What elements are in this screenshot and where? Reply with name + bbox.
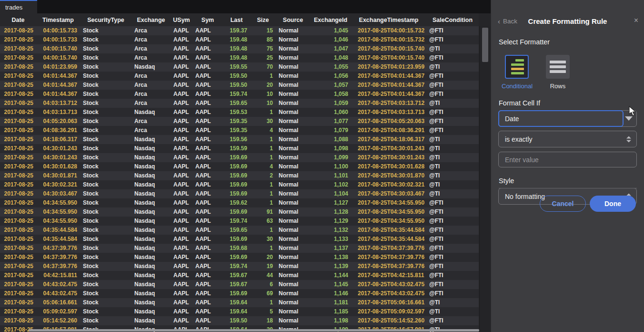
column-header-security-type[interactable]: SecurityType xyxy=(80,13,131,26)
table-row[interactable]: 2017-08-2504:43:02.475StockNasdaqAAPLAAP… xyxy=(0,289,479,298)
table-row[interactable]: 2017-08-2504:30:01.243StockNasdaqAAPLAAP… xyxy=(0,144,479,153)
column-header-sale-condition[interactable]: SaleCondition xyxy=(426,13,479,26)
cell-security-type: Stock xyxy=(80,99,131,108)
table-row[interactable]: 2017-08-2504:08:36.291StockArcaAAPLAAPL1… xyxy=(0,126,479,135)
table-row[interactable]: 2017-08-2504:03:13.712StockArcaAAPLAAPL1… xyxy=(0,99,479,108)
formatter-rows-label: Rows xyxy=(543,83,573,90)
cell-exchange: Arca xyxy=(131,117,171,126)
cell-usym: AAPL xyxy=(171,144,192,153)
cell-sym: AAPL xyxy=(192,226,223,235)
table-row[interactable]: 2017-08-2504:03:13.713StockNasdaqAAPLAAP… xyxy=(0,108,479,117)
cell-security-type: Stock xyxy=(80,53,131,62)
column-select[interactable]: Date xyxy=(498,110,637,127)
table-row[interactable]: 2017-08-2505:06:16.661StockNasdaqAAPLAAP… xyxy=(0,298,479,307)
table-row[interactable]: 2017-08-2504:43:02.475StockNasdaqAAPLAAP… xyxy=(0,280,479,289)
cell-exchange-id: 1,099 xyxy=(310,153,351,162)
cell-size: 30 xyxy=(250,117,276,126)
table-row[interactable]: 2017-08-2504:35:44.584StockNasdaqAAPLAAP… xyxy=(0,226,479,235)
cell-timestamp: 04:18:06.317 xyxy=(36,135,80,144)
cell-sym: AAPL xyxy=(192,53,223,62)
table-row[interactable]: 2017-08-2504:34:55.950StockNasdaqAAPLAAP… xyxy=(0,217,479,226)
column-header-source[interactable]: Source xyxy=(276,13,310,26)
table-row[interactable]: 2017-08-2504:37:39.776StockNasdaqAAPLAAP… xyxy=(0,253,479,262)
cell-last: 159.74 xyxy=(223,90,250,99)
cell-source: Normal xyxy=(276,316,310,325)
table-row[interactable]: 2017-08-2504:37:39.776StockNasdaqAAPLAAP… xyxy=(0,262,479,271)
table-row[interactable]: 2017-08-2504:00:15.740StockArcaAAPLAAPL1… xyxy=(0,44,479,53)
cell-sale-condition: @FTI xyxy=(426,244,479,253)
formatter-option-rows[interactable]: Rows xyxy=(543,55,573,90)
cell-source: Normal xyxy=(276,144,310,153)
cell-security-type: Stock xyxy=(80,117,131,126)
table-row[interactable]: 2017-08-2504:01:44.367StockArcaAAPLAAPL1… xyxy=(0,81,479,90)
value-input[interactable] xyxy=(498,152,637,167)
column-select-arrow-button[interactable] xyxy=(621,111,636,126)
cell-last: 159.50 xyxy=(223,72,250,81)
cell-size: 91 xyxy=(250,208,276,217)
column-header-date[interactable]: Date xyxy=(0,13,36,26)
tab-trades[interactable]: trades xyxy=(0,0,37,13)
column-header-last[interactable]: Last xyxy=(223,13,250,26)
table-row[interactable]: 2017-08-2504:18:06.317StockNasdaqAAPLAAP… xyxy=(0,135,479,144)
table-row[interactable]: 2017-08-2504:01:44.367StockArcaAAPLAAPL1… xyxy=(0,90,479,99)
vertical-scrollbar-thumb[interactable] xyxy=(482,28,488,62)
column-header-size[interactable]: Size xyxy=(250,13,276,26)
cell-source: Normal xyxy=(276,289,310,298)
cell-exchange: Nasdaq xyxy=(131,307,171,316)
table-row[interactable]: 2017-08-2504:00:15.733StockArcaAAPLAAPL1… xyxy=(0,26,479,35)
table-row[interactable]: 2017-08-2504:35:44.584StockNasdaqAAPLAAP… xyxy=(0,235,479,244)
cell-exchange-timestamp: 2017-08-25T04:34:55.950 xyxy=(351,217,426,226)
table-row[interactable]: 2017-08-2504:34:55.950StockNasdaqAAPLAAP… xyxy=(0,208,479,217)
cell-exchange: Arca xyxy=(131,26,171,35)
column-header-sym[interactable]: Sym xyxy=(192,13,223,26)
cell-exchange-timestamp: 2017-08-25T04:01:44.367 xyxy=(351,90,426,99)
table-row[interactable]: 2017-08-2504:05:20.063StockArcaAAPLAAPL1… xyxy=(0,117,479,126)
cell-last: 159.67 xyxy=(223,271,250,280)
column-header-exchange[interactable]: Exchange xyxy=(131,13,171,26)
cell-exchange: Nasdaq xyxy=(131,289,171,298)
table-row[interactable]: 2017-08-2504:01:23.959StockNasdaqAAPLAAP… xyxy=(0,62,479,72)
close-icon[interactable]: × xyxy=(634,17,638,24)
panel-header: ‹ Back Create Formatting Rule × xyxy=(491,0,644,30)
cell-sym: AAPL xyxy=(192,262,223,271)
column-select-value: Date xyxy=(499,115,636,123)
table-row[interactable]: 2017-08-2504:00:15.733StockArcaAAPLAAPL1… xyxy=(0,35,479,44)
column-header-exchange-timestamp[interactable]: ExchangeTimestamp xyxy=(351,13,426,26)
cell-sym: AAPL xyxy=(192,280,223,289)
done-button[interactable]: Done xyxy=(590,196,636,212)
column-header-exchange-id[interactable]: ExchangeId xyxy=(310,13,351,26)
cell-exchange-id: 1,138 xyxy=(310,253,351,262)
table-row[interactable]: 2017-08-2504:34:55.950StockNasdaqAAPLAAP… xyxy=(0,198,479,208)
cell-exchange: Nasdaq xyxy=(131,108,171,117)
column-header-usym[interactable]: USym xyxy=(171,13,192,26)
formatter-conditional-label: Conditional xyxy=(502,83,532,90)
cell-size: 6 xyxy=(250,280,276,289)
cell-exchange-timestamp: 2017-08-25T04:43:02.475 xyxy=(351,280,426,289)
horizontal-scrollbar-thumb[interactable] xyxy=(29,329,479,332)
table-row[interactable]: 2017-08-2504:01:44.367StockArcaAAPLAAPL1… xyxy=(0,72,479,81)
formatter-option-conditional[interactable]: Conditional xyxy=(502,55,532,90)
cell-timestamp: 04:34:55.950 xyxy=(36,217,80,226)
cell-usym: AAPL xyxy=(171,298,192,307)
cell-size: 1 xyxy=(250,135,276,144)
cell-date: 2017-08-25 xyxy=(0,280,36,289)
vertical-scrollbar[interactable] xyxy=(479,26,491,332)
table-row[interactable]: 2017-08-2505:14:52.260StockNasdaqAAPLAAP… xyxy=(0,316,479,325)
table-row[interactable]: 2017-08-2504:30:02.321StockNasdaqAAPLAAP… xyxy=(0,180,479,189)
cell-timestamp: 04:30:03.467 xyxy=(36,189,80,198)
table-row[interactable]: 2017-08-2504:30:01.243StockNasdaqAAPLAAP… xyxy=(0,153,479,162)
table-row[interactable]: 2017-08-2504:42:15.811StockNasdaqAAPLAAP… xyxy=(0,271,479,280)
table-row[interactable]: 2017-08-2504:37:39.776StockNasdaqAAPLAAP… xyxy=(0,244,479,253)
table-row[interactable]: 2017-08-2504:30:03.467StockNasdaqAAPLAAP… xyxy=(0,189,479,198)
cell-security-type: Stock xyxy=(80,271,131,280)
cancel-button[interactable]: Cancel xyxy=(540,196,586,212)
table-row[interactable]: 2017-08-2504:00:15.740StockArcaAAPLAAPL1… xyxy=(0,53,479,62)
condition-select[interactable]: is exactly xyxy=(498,131,637,147)
table-row[interactable]: 2017-08-2504:30:01.871StockNasdaqAAPLAAP… xyxy=(0,171,479,180)
cell-security-type: Stock xyxy=(80,307,131,316)
column-header-timestamp[interactable]: Timestamp xyxy=(36,13,80,26)
cell-timestamp: 04:01:44.367 xyxy=(36,81,80,90)
table-row[interactable]: 2017-08-2505:09:02.597StockNasdaqAAPLAAP… xyxy=(0,307,479,316)
table-row[interactable]: 2017-08-2504:30:01.628StockNasdaqAAPLAAP… xyxy=(0,162,479,171)
cell-source: Normal xyxy=(276,307,310,316)
